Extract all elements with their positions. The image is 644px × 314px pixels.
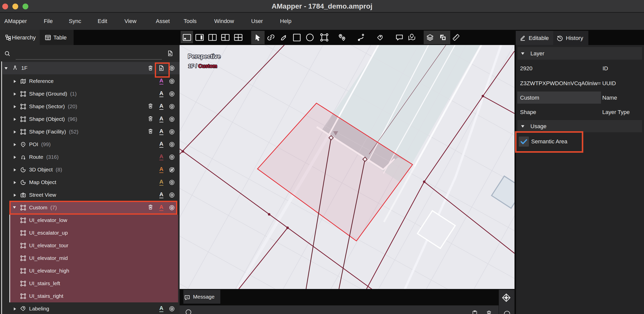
- svg-text:/: /: [196, 63, 197, 69]
- svg-text:Custom: Custom: [198, 63, 217, 69]
- svg-text:1F: 1F: [188, 63, 194, 69]
- svg-text:Perspective: Perspective: [188, 53, 221, 60]
